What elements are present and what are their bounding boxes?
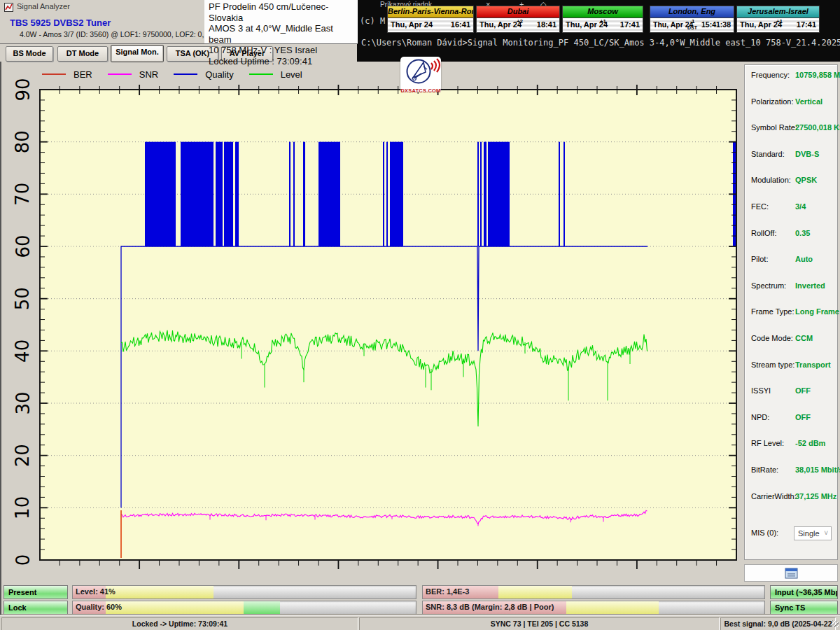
y-axis-tick-label: 70 <box>13 183 34 206</box>
clock-time: 17:41 <box>797 20 816 29</box>
param-label: RollOff: <box>751 229 776 237</box>
chevron-down-icon: ˅ <box>824 527 828 540</box>
logo-satellite-icon <box>400 76 441 88</box>
clock-time: 17:41 <box>620 20 640 29</box>
param-label: ISSYI <box>751 386 771 395</box>
param-row: ISSYIOFF <box>745 386 837 398</box>
status-best-signal: Best signal: 9,0 dB (2025-04-22 04:08) <box>720 617 836 630</box>
meter-label: Level: 41% <box>76 587 115 596</box>
clock-time: 15:41:38 <box>701 20 731 29</box>
legend-line-sample <box>108 74 132 75</box>
clock-city: Moscow <box>562 6 643 18</box>
param-label: RF Level: <box>751 439 784 447</box>
param-value: 38,015 Mbit/s <box>795 465 840 474</box>
param-row: CarrierWidth:37,125 MHz <box>745 492 837 503</box>
tabstrip-divider <box>0 43 358 44</box>
legend-line-sample <box>249 74 273 75</box>
indicator-sync-ts: Sync TS <box>770 601 838 615</box>
param-row: NPD:OFF <box>745 413 837 424</box>
param-row: Polarization:Vertical <box>745 97 837 108</box>
param-label: Spectrum: <box>751 281 786 290</box>
meter-fill-yellow <box>498 586 572 598</box>
legend-line-sample <box>174 74 197 75</box>
clock-time: 18:41 <box>537 20 556 29</box>
param-value: CCM <box>795 334 813 342</box>
app-icon <box>4 2 13 11</box>
y-axis-tick-label: 90 <box>13 78 34 101</box>
meter-quality: Quality: 60% <box>72 601 416 615</box>
clock-city: Dubai <box>476 6 560 18</box>
indicator-lock: Lock <box>4 601 68 615</box>
clock-moscow: MoscowThu, Apr 24+117:41 <box>562 6 643 34</box>
param-value: OFF <box>795 413 811 421</box>
indicator-input-36-35-mbps: Input (~36,35 Mbps) <box>770 585 838 599</box>
legend-item-quality: Quality <box>174 69 233 80</box>
param-value: Long Frame <box>795 307 839 316</box>
meter-snr: SNR: 8,3 dB (Margin: 2,8 dB | Poor) <box>422 601 765 615</box>
window-edge <box>0 62 1 615</box>
dxsatcs-logo: DXSATCS.COM <box>400 57 441 92</box>
param-label: BitRate: <box>751 465 778 474</box>
clock-display: Thu, Apr 24+117:41 <box>736 18 820 33</box>
y-axis-tick-label: 40 <box>13 340 34 363</box>
y-axis-tick-label: 30 <box>13 391 34 414</box>
y-axis-tick-label: 60 <box>13 234 34 258</box>
param-row: RF Level:-52 dBm <box>745 439 837 450</box>
y-axis-tick-label: 10 <box>13 496 34 519</box>
resize-grip[interactable] <box>832 620 839 627</box>
param-label: Pilot: <box>751 255 768 263</box>
param-row: Stream type:Transport <box>745 360 837 372</box>
meter-fill-yellow <box>106 601 244 614</box>
clock-utc-offset: +1 <box>776 18 783 24</box>
meter-label: BER: 1,4E-3 <box>426 587 469 596</box>
param-value: Inverted <box>795 281 825 290</box>
info-note-line: 10 758 MHz-V : YES Israel <box>209 45 358 56</box>
param-row: Code Mode:CCM <box>745 334 837 345</box>
params-panel: Frequency:10759,858 MHzPolarization:Vert… <box>744 64 838 560</box>
param-row: BitRate:38,015 Mbit/s <box>745 465 837 477</box>
y-axis-tick-label: 20 <box>13 444 34 467</box>
clock-utc-offset: +2 <box>517 18 523 24</box>
clock-utc-offset: +1 <box>600 18 606 24</box>
status-sync-counters: SYNC 73 | TEI 205 | CC 5138 <box>359 617 720 630</box>
param-label: Code Mode: <box>751 334 793 342</box>
clock-berlin-paris-vienna-roma: Berlin-Paris-Vienna-RomaThu, Apr 2416:41 <box>387 6 474 34</box>
param-row-mis: MIS (0):Single˅ <box>745 528 837 540</box>
param-value: 0.35 <box>795 229 810 237</box>
status-uptime: Locked -> Uptime: 73:09:41 <box>1 617 358 630</box>
clock-date: Thu, Apr 24 <box>391 20 433 29</box>
y-axis-tick-label: 80 <box>13 130 34 153</box>
clock-display: Thu, Apr 24+117:41 <box>562 18 643 33</box>
param-row: Pilot:Auto <box>745 255 837 266</box>
tuner-name: TBS 5925 DVBS2 Tuner <box>10 18 111 28</box>
clock-time: 16:41 <box>451 20 470 29</box>
clock-display: Thu, Apr 2416:41 <box>387 18 474 33</box>
param-value: DVB-S <box>795 150 819 158</box>
y-axis-tick-label: 50 <box>13 287 34 310</box>
tab-dt-mode[interactable]: DT Mode <box>57 46 108 62</box>
param-row: Frame Type:Long Frame <box>745 307 837 318</box>
clock-display: Thu, Apr 24-1DST15:41:38 <box>650 18 734 33</box>
tab-bs-mode[interactable]: BS Mode <box>6 46 53 62</box>
param-value: Vertical <box>795 97 822 106</box>
param-value: 27500,018 KS/s <box>795 123 840 132</box>
clock-jerusalem-israel: Jerusalem-IsraelThu, Apr 24+117:41 <box>736 6 820 34</box>
param-value: 3/4 <box>795 202 806 211</box>
window-title: Signal Analyzer <box>17 2 70 10</box>
param-value: Auto <box>795 255 813 263</box>
app-window: Signal Analyzer TBS 5925 DVBS2 Tuner 4.0… <box>0 0 840 630</box>
clock-london-eng: London, EngThu, Apr 24-1DST15:41:38 <box>650 6 734 34</box>
save-icon <box>785 570 798 581</box>
meter-ber: BER: 1,4E-3 <box>422 585 765 599</box>
save-button[interactable] <box>780 567 802 582</box>
tab-signal-mon[interactable]: Signal Mon. <box>111 45 164 62</box>
y-axis-tick-label: 0 <box>13 554 34 566</box>
param-row: FEC:3/4 <box>745 202 837 214</box>
logo-text: DXSATCS.COM <box>400 88 441 94</box>
param-value: -52 dBm <box>795 439 825 447</box>
title-bar: Signal Analyzer <box>0 0 204 13</box>
mis-select[interactable]: Single˅ <box>794 526 832 540</box>
param-label: Polarization: <box>751 97 794 106</box>
meter-fill-green <box>244 601 280 614</box>
legend-line-sample <box>42 74 66 75</box>
